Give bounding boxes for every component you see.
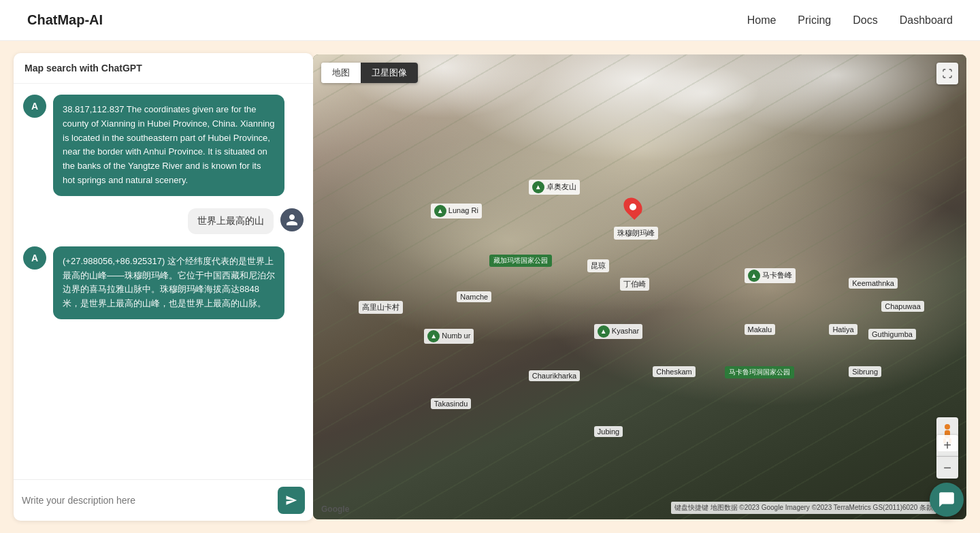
map-label-hatiya: Hatiya: [829, 324, 857, 335]
map-label-chaurikharka: Chaurikharka: [529, 370, 580, 381]
header: ChatMap-AI Home Pricing Docs Dashboard: [0, 0, 980, 41]
chat-fab-button[interactable]: [930, 483, 964, 517]
nav: Home Pricing Docs Dashboard: [747, 14, 953, 27]
nav-pricing[interactable]: Pricing: [798, 14, 831, 27]
zoom-out-button[interactable]: −: [936, 457, 958, 479]
map-label-keemathanka: Keemathnka: [849, 278, 898, 289]
message-row: A 38.817,112.837 The coordinates given a…: [23, 95, 304, 196]
send-icon: [285, 494, 297, 506]
map-label-gaolishanka: 高里山卡村: [359, 301, 403, 314]
map-label-lunagrua: ▲Lunag Ri: [431, 204, 482, 219]
chat-title: Map search with ChatGPT: [14, 53, 313, 84]
main-layout: Map search with ChatGPT A 38.817,112.837…: [0, 41, 980, 533]
zoom-controls: + −: [936, 435, 958, 479]
map-label-numbur: ▲Numb ur: [424, 329, 474, 344]
map-label-makalu-park: 马卡鲁珂洞国家公园: [725, 366, 794, 378]
ai-avatar: A: [23, 246, 46, 270]
person-icon: [285, 213, 299, 227]
map-label-chheskam: Chheskam: [653, 366, 696, 377]
map-label-sibrung: Sibrung: [849, 366, 881, 377]
ai-bubble: (+27.988056,+86.925317) 这个经纬度代表的是世界上最高的山…: [53, 246, 284, 319]
zoom-in-button[interactable]: +: [936, 435, 958, 457]
map-label-takasindu: Takasindu: [431, 398, 472, 409]
messages-container: A 38.817,112.837 The coordinates given a…: [14, 84, 313, 479]
map-label-kunqiong: 昆琼: [587, 259, 609, 272]
send-button[interactable]: [278, 487, 305, 514]
nav-home[interactable]: Home: [747, 14, 777, 27]
map-label-zhuoao: ▲卓奥友山: [529, 180, 580, 195]
map-label-everest: 珠穆朗玛峰: [614, 227, 658, 240]
map-tab-map[interactable]: 地图: [321, 63, 361, 83]
map-label-chapuwa: Chapuwaa: [881, 301, 924, 312]
map-attribution: 键盘快捷键 地图数据 ©2023 Google Imagery ©2023 Te…: [671, 502, 936, 514]
fullscreen-button[interactable]: [936, 63, 958, 84]
fullscreen-icon: [942, 68, 953, 79]
google-attribution: Google: [321, 504, 349, 514]
map-area: 地图 卫星图像 ▲卓奥友山 ▲Lunag Ri 珠穆朗玛峰 藏加玛塔国家公园: [313, 41, 980, 533]
input-area: [14, 479, 313, 521]
chat-sidebar: Map search with ChatGPT A 38.817,112.837…: [14, 53, 313, 521]
svg-point-0: [945, 424, 950, 430]
map-tabs: 地图 卫星图像: [321, 63, 418, 83]
map-label-makalu: ▲马卡鲁峰: [745, 268, 796, 283]
map-tab-satellite[interactable]: 卫星图像: [361, 63, 418, 83]
ai-avatar: A: [23, 95, 46, 118]
map-pin: [625, 197, 641, 217]
nav-docs[interactable]: Docs: [853, 14, 877, 27]
user-avatar: [280, 208, 304, 231]
map-label-kyashar: ▲Kyashar: [594, 324, 642, 339]
map-label-dingboji: 丁伯崎: [620, 278, 649, 291]
map-label-makalu2: Makalu: [745, 324, 775, 335]
nav-dashboard[interactable]: Dashboard: [900, 14, 953, 27]
logo: ChatMap-AI: [27, 12, 103, 28]
map-label-namche: Namche: [457, 291, 491, 302]
message-row: 世界上最高的山: [23, 208, 304, 234]
map-frame: 地图 卫星图像 ▲卓奥友山 ▲Lunag Ri 珠穆朗玛峰 藏加玛塔国家公园: [313, 54, 966, 519]
map-label-jubing: Jubing: [594, 426, 623, 437]
map-label-park: 藏加玛塔国家公园: [489, 255, 552, 267]
chat-input[interactable]: [22, 495, 272, 506]
message-row: A (+27.988056,+86.925317) 这个经纬度代表的是世界上最高…: [23, 246, 304, 319]
map-label-guthigumba: Guthigumba: [868, 329, 916, 340]
chat-bubble-icon: [938, 491, 956, 508]
ai-bubble: 38.817,112.837 The coordinates given are…: [53, 95, 284, 196]
user-bubble: 世界上最高的山: [188, 208, 274, 234]
